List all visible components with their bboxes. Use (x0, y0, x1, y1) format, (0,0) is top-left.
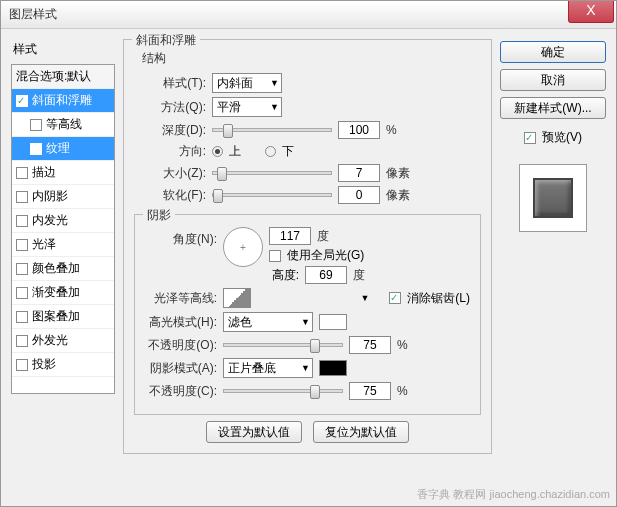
checkbox-icon[interactable] (16, 167, 28, 179)
shading-title: 阴影 (143, 207, 175, 224)
highlight-color-swatch[interactable] (319, 314, 347, 330)
depth-input[interactable]: 100 (338, 121, 380, 139)
reset-default-button[interactable]: 复位为默认值 (313, 421, 409, 443)
altitude-label: 高度: (269, 267, 299, 284)
checkbox-icon[interactable] (16, 263, 28, 275)
shadow-opacity-label: 不透明度(C): (145, 383, 217, 400)
shadow-mode-dropdown[interactable]: 正片叠底▼ (223, 358, 313, 378)
bevel-group: 斜面和浮雕 结构 样式(T): 内斜面▼ 方法(Q): 平滑▼ 深度(D): 1… (123, 39, 492, 454)
technique-label: 方法(Q): (134, 99, 206, 116)
checkbox-icon[interactable] (16, 95, 28, 107)
highlight-mode-dropdown[interactable]: 滤色▼ (223, 312, 313, 332)
depth-slider[interactable] (212, 128, 332, 132)
checkbox-icon[interactable] (30, 143, 42, 155)
size-slider[interactable] (212, 171, 332, 175)
style-satin[interactable]: 光泽 (12, 233, 114, 257)
checkbox-icon[interactable] (30, 119, 42, 131)
style-contour[interactable]: 等高线 (12, 113, 114, 137)
chevron-down-icon: ▼ (301, 363, 310, 373)
preview-checkbox[interactable] (524, 132, 536, 144)
slider-thumb[interactable] (217, 167, 227, 181)
soften-label: 软化(F): (134, 187, 206, 204)
technique-dropdown[interactable]: 平滑▼ (212, 97, 282, 117)
direction-up-radio[interactable] (212, 146, 223, 157)
ok-button[interactable]: 确定 (500, 41, 606, 63)
shadow-color-swatch[interactable] (319, 360, 347, 376)
slider-thumb[interactable] (310, 385, 320, 399)
style-texture[interactable]: 纹理 (12, 137, 114, 161)
gloss-contour-picker[interactable] (223, 288, 251, 308)
style-list: 混合选项:默认 斜面和浮雕 等高线 纹理 描边 内阴影 内发光 光泽 颜色叠加 … (11, 64, 115, 394)
shading-group: 阴影 角度(N): 117 度 使用全局光(G) (134, 214, 481, 415)
checkbox-icon[interactable] (16, 215, 28, 227)
preview-swatch (533, 178, 573, 218)
gloss-contour-label: 光泽等高线: (145, 290, 217, 307)
checkbox-icon[interactable] (16, 359, 28, 371)
chevron-down-icon[interactable]: ▼ (360, 293, 369, 303)
style-drop-shadow[interactable]: 投影 (12, 353, 114, 377)
styles-heading: 样式 (11, 39, 115, 60)
direction-down-radio[interactable] (265, 146, 276, 157)
highlight-mode-label: 高光模式(H): (145, 314, 217, 331)
size-input[interactable]: 7 (338, 164, 380, 182)
highlight-opacity-slider[interactable] (223, 343, 343, 347)
antialias-checkbox[interactable] (389, 292, 401, 304)
checkbox-icon[interactable] (16, 311, 28, 323)
style-gradient-overlay[interactable]: 渐变叠加 (12, 281, 114, 305)
angle-control[interactable] (223, 227, 263, 267)
style-inner-glow[interactable]: 内发光 (12, 209, 114, 233)
bevel-group-title: 斜面和浮雕 (132, 32, 200, 49)
titlebar: 图层样式 X (1, 1, 616, 29)
style-label: 样式(T): (134, 75, 206, 92)
style-pattern-overlay[interactable]: 图案叠加 (12, 305, 114, 329)
preview-label: 预览(V) (542, 129, 582, 146)
shadow-opacity-input[interactable]: 75 (349, 382, 391, 400)
angle-input[interactable]: 117 (269, 227, 311, 245)
global-light-checkbox[interactable] (269, 250, 281, 262)
chevron-down-icon: ▼ (270, 78, 279, 88)
depth-label: 深度(D): (134, 122, 206, 139)
structure-label: 结构 (142, 50, 481, 67)
shadow-opacity-slider[interactable] (223, 389, 343, 393)
direction-label: 方向: (134, 143, 206, 160)
style-outer-glow[interactable]: 外发光 (12, 329, 114, 353)
slider-thumb[interactable] (310, 339, 320, 353)
chevron-down-icon: ▼ (270, 102, 279, 112)
shadow-mode-label: 阴影模式(A): (145, 360, 217, 377)
checkbox-icon[interactable] (16, 239, 28, 251)
window-title: 图层样式 (9, 6, 57, 23)
highlight-opacity-input[interactable]: 75 (349, 336, 391, 354)
soften-slider[interactable] (212, 193, 332, 197)
style-dropdown[interactable]: 内斜面▼ (212, 73, 282, 93)
style-blend-options[interactable]: 混合选项:默认 (12, 65, 114, 89)
angle-label: 角度(N): (145, 227, 217, 248)
slider-thumb[interactable] (213, 189, 223, 203)
new-style-button[interactable]: 新建样式(W)... (500, 97, 606, 119)
cancel-button[interactable]: 取消 (500, 69, 606, 91)
checkbox-icon[interactable] (16, 191, 28, 203)
altitude-input[interactable]: 69 (305, 266, 347, 284)
size-label: 大小(Z): (134, 165, 206, 182)
checkbox-icon[interactable] (16, 287, 28, 299)
style-inner-shadow[interactable]: 内阴影 (12, 185, 114, 209)
slider-thumb[interactable] (223, 124, 233, 138)
close-button[interactable]: X (568, 1, 614, 23)
style-color-overlay[interactable]: 颜色叠加 (12, 257, 114, 281)
make-default-button[interactable]: 设置为默认值 (206, 421, 302, 443)
soften-input[interactable]: 0 (338, 186, 380, 204)
preview-thumbnail (519, 164, 587, 232)
chevron-down-icon: ▼ (301, 317, 310, 327)
highlight-opacity-label: 不透明度(O): (145, 337, 217, 354)
style-bevel-emboss[interactable]: 斜面和浮雕 (12, 89, 114, 113)
style-stroke[interactable]: 描边 (12, 161, 114, 185)
checkbox-icon[interactable] (16, 335, 28, 347)
